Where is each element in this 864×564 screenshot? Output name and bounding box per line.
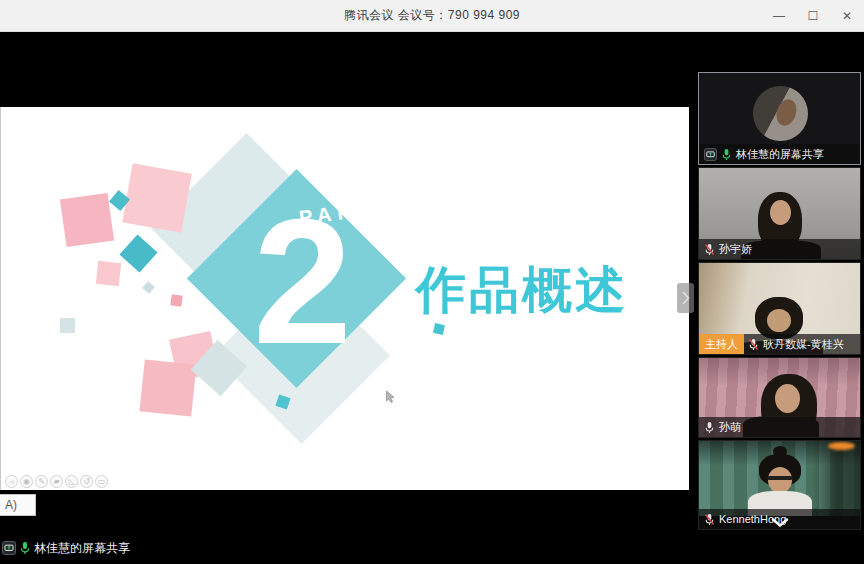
mic-active-icon: [19, 541, 31, 555]
decor-square: [170, 294, 182, 306]
mic-on-icon: [704, 421, 715, 434]
maximize-button[interactable]: ☐: [806, 0, 820, 32]
screen-share-icon: [704, 148, 717, 161]
decor-square: [119, 234, 157, 272]
video-person: [775, 384, 800, 413]
participant-tile-sharer[interactable]: 林佳慧的屏幕共享: [698, 72, 861, 165]
participant-name: 孙萌: [719, 420, 741, 435]
window-title: 腾讯会议 会议号：790 994 909: [344, 7, 520, 24]
annotation-highlighter-tool[interactable]: ▰: [50, 475, 63, 488]
video-person: [768, 467, 792, 493]
annotation-eraser-tool[interactable]: ◺: [65, 475, 78, 488]
video-person: [767, 309, 791, 332]
host-badge: 主持人: [699, 334, 744, 354]
video-lamp: [828, 442, 855, 450]
slide-title: 作品概述: [416, 257, 628, 324]
participant-label: 林佳慧的屏幕共享: [699, 144, 860, 164]
decor-square: [142, 281, 155, 294]
avatar-photo: [773, 97, 799, 129]
annotation-laser-tool[interactable]: ◉: [20, 475, 33, 488]
decor-square: [122, 163, 192, 233]
participant-tile[interactable]: 孙宇娇: [698, 167, 861, 260]
popup-fragment: A): [0, 494, 36, 516]
participant-name: 林佳慧的屏幕共享: [736, 147, 824, 162]
annotation-collapse-tool[interactable]: ▭: [95, 475, 108, 488]
slide-part-number: 2: [253, 193, 352, 371]
screen-share-stage: PART 2 作品概述 ◃ ◉ ✎ ▰ ◺ ↺ ▭ A): [0, 32, 696, 564]
titlebar: 腾讯会议 会议号：790 994 909 — ☐ ✕: [0, 0, 864, 32]
decor-square: [60, 318, 75, 333]
window-controls: — ☐ ✕: [772, 0, 854, 32]
mouse-cursor-icon: [385, 389, 396, 407]
chevron-down-icon: [771, 513, 789, 530]
video-person: [767, 476, 793, 480]
video-person: [770, 200, 791, 225]
share-status-text: 林佳慧的屏幕共享: [34, 540, 130, 557]
participant-label: 孙萌: [699, 417, 860, 437]
close-button[interactable]: ✕: [840, 0, 854, 32]
screen-share-icon: [2, 541, 16, 555]
avatar: [753, 86, 808, 141]
mic-active-icon: [721, 148, 732, 161]
participant-name: 耿丹数媒-黄桂兴: [763, 337, 844, 352]
decor-square: [96, 261, 121, 286]
annotation-toolbar: ◃ ◉ ✎ ▰ ◺ ↺ ▭: [5, 475, 108, 488]
scroll-more-participants-button[interactable]: [771, 518, 789, 527]
mic-muted-icon: [704, 243, 715, 256]
share-status-bar: 林佳慧的屏幕共享: [2, 538, 130, 558]
participant-tile[interactable]: 孙萌: [698, 357, 861, 438]
participants-sidebar: 林佳慧的屏幕共享 孙宇娇 主持人 耿丹数媒-黄桂兴: [698, 32, 861, 564]
shared-slide: PART 2 作品概述 ◃ ◉ ✎ ▰ ◺ ↺ ▭: [0, 107, 689, 490]
decor-square: [433, 323, 445, 335]
mic-muted-icon: [704, 513, 715, 526]
annotation-pen-tool[interactable]: ✎: [35, 475, 48, 488]
sidebar-collapse-button[interactable]: [677, 283, 694, 313]
minimize-button[interactable]: —: [772, 0, 786, 32]
annotation-undo-tool[interactable]: ↺: [80, 475, 93, 488]
chevron-right-icon: [682, 291, 690, 305]
participant-label: 主持人 耿丹数媒-黄桂兴: [699, 334, 860, 354]
participant-name: 孙宇娇: [719, 242, 752, 257]
decor-square: [60, 193, 114, 247]
decor-square: [139, 359, 196, 416]
tencent-meeting-window: 腾讯会议 会议号：790 994 909 — ☐ ✕ PART: [0, 0, 864, 564]
participant-tile[interactable]: KennethHong: [698, 440, 861, 530]
participant-label: 孙宇娇: [699, 239, 860, 259]
annotation-cursor-tool[interactable]: ◃: [5, 475, 18, 488]
participant-tile-host[interactable]: 主持人 耿丹数媒-黄桂兴: [698, 262, 861, 355]
mic-muted-icon: [748, 338, 759, 351]
